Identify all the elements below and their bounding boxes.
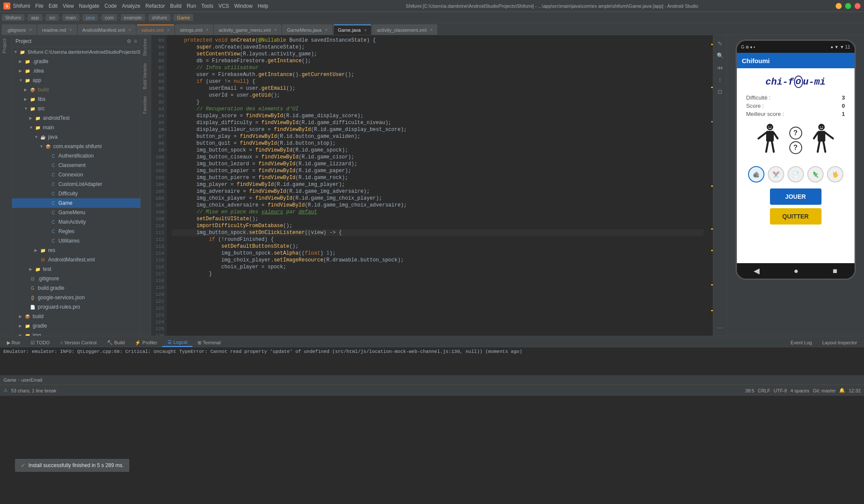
path-tab-app[interactable]: app [27, 14, 42, 21]
tree-item-androidmanifest[interactable]: M AndroidManifest.xml [12, 255, 140, 264]
favorites-label[interactable]: Favorites [141, 93, 151, 117]
build-variants-label[interactable]: Build Variants [141, 60, 151, 93]
event-log-tab[interactable]: Event Log [785, 338, 817, 347]
todo-tab[interactable]: ☑ TODO [25, 338, 55, 347]
layout-icon[interactable]: ⊡ [715, 87, 725, 96]
menu-view[interactable]: View [63, 3, 74, 9]
project-label[interactable]: Project [0, 35, 12, 57]
tree-item-gradle-hidden[interactable]: ▶ 📁 .gradle [12, 57, 140, 66]
tab-close-icon[interactable]: × [206, 27, 208, 32]
tree-item-difficulty[interactable]: C Difficulty [12, 189, 140, 198]
rock-button[interactable]: 🪨 [748, 166, 764, 182]
tree-item-res[interactable]: ▶ 📁 res [12, 246, 140, 255]
tree-item-proguard[interactable]: 📄 proguard-rules.pro [12, 302, 140, 312]
search-icon[interactable]: 🔍 [715, 51, 725, 60]
tree-item-customlistadapter[interactable]: C CustomListAdapter [12, 179, 140, 189]
jouer-button[interactable]: JOUER [770, 188, 821, 205]
file-tab-strings[interactable]: strings.xml × [175, 24, 213, 35]
run-tab[interactable]: ▶ Run [2, 338, 25, 347]
back-nav-icon[interactable]: ◀ [754, 266, 760, 276]
tree-item-mainactivity[interactable]: C MainActivity [12, 217, 140, 227]
file-tab-androidmanifest[interactable]: AndroidManifest.xml × [78, 24, 136, 35]
sidebar-gear-icon[interactable]: ≡ [134, 38, 137, 44]
sidebar-settings-icon[interactable]: ⚙ [127, 38, 131, 44]
tree-item-src[interactable]: ▼ 📁 src [12, 104, 140, 113]
terminal-tab[interactable]: ⊞ Terminal [192, 338, 225, 347]
tree-item-authentification[interactable]: C Authentification [12, 151, 140, 161]
minimize-button[interactable]: − [836, 3, 842, 9]
file-tab-game-java[interactable]: Game.java × [333, 24, 371, 35]
recents-nav-icon[interactable]: ■ [833, 267, 837, 276]
file-tab-activity-classement[interactable]: activity_classement.xml × [372, 24, 437, 35]
file-tab-readme[interactable]: readme.md × [37, 24, 76, 35]
tab-close-icon[interactable]: × [325, 27, 328, 32]
quitter-button[interactable]: QUITTER [770, 208, 821, 225]
tree-item-game[interactable]: C Game [12, 198, 140, 208]
tree-item-idea[interactable]: ▶ 📁 .idea [12, 66, 140, 76]
tab-close-icon[interactable]: × [29, 27, 32, 32]
menu-run[interactable]: Run [187, 3, 196, 9]
spock-button[interactable]: 🖖 [827, 166, 843, 182]
menu-file[interactable]: File [35, 3, 43, 9]
path-tab-java[interactable]: java [82, 14, 98, 21]
tree-item-libs[interactable]: ▶ 📁 libs [12, 94, 140, 104]
tree-item-gitignore-app[interactable]: ⊡ .gitignore [12, 274, 140, 283]
file-tab-gamemenu[interactable]: GameMenu.java × [282, 24, 332, 35]
more-options-icon[interactable]: ⋯ [715, 323, 725, 332]
tree-item-build-root[interactable]: ▶ 📦 build [12, 312, 140, 321]
tree-item-regles[interactable]: C Regles [12, 227, 140, 236]
tab-close-icon[interactable]: × [167, 28, 170, 33]
file-tab-activity-game-menu[interactable]: activity_game_menu.xml × [214, 24, 281, 35]
path-tab-example[interactable]: example [121, 14, 146, 21]
menu-edit[interactable]: Edit [49, 3, 58, 9]
version-control-tab[interactable]: ⑃ Version Control [55, 338, 102, 347]
path-tab-shifumi2[interactable]: shifumi [149, 14, 170, 21]
home-nav-icon[interactable]: ● [794, 267, 799, 276]
breadcrumb-game[interactable]: Game [3, 377, 16, 383]
choice-buttons[interactable]: 🪨 ✂️ 📄 🦎 🖖 [748, 166, 843, 182]
menu-build[interactable]: Build [170, 3, 182, 9]
tree-item-root[interactable]: ▼ 📁 Shifumi C:\Users\a.dambrine\AndroidS… [12, 47, 140, 57]
menu-shifumi[interactable]: Shifumi [13, 3, 30, 9]
tree-item-app[interactable]: ▼ 📁 app [12, 76, 140, 85]
file-tab-values[interactable]: values.xml × [137, 24, 174, 35]
tree-item-google-services[interactable]: {} google-services.json [12, 293, 140, 302]
build-tab[interactable]: 🔨 Build [102, 338, 130, 347]
paper-button[interactable]: 📄 [788, 166, 804, 182]
code-content[interactable]: protected void onCreate(@Nullable Bundle… [167, 35, 709, 336]
paint-bucket-icon[interactable]: ✎ [715, 39, 725, 48]
path-tab-main[interactable]: main [62, 14, 79, 21]
menu-tools[interactable]: Tools [201, 3, 213, 9]
tab-close-icon[interactable]: × [364, 28, 367, 33]
file-tab-gitignore[interactable]: .gitignore × [2, 24, 37, 35]
tree-item-java[interactable]: ▼ ☕ java [12, 132, 140, 142]
back-icon[interactable]: ⏮ [715, 63, 725, 72]
menu-help[interactable]: Help [258, 3, 268, 9]
tab-close-icon[interactable]: × [430, 27, 432, 32]
menu-code[interactable]: Code [104, 3, 117, 9]
path-tab-game[interactable]: Game [173, 14, 193, 21]
tab-close-icon[interactable]: × [128, 27, 131, 32]
breadcrumb-useremail[interactable]: userEmail [21, 377, 43, 383]
menu-vcs[interactable]: VCS [219, 3, 229, 9]
structure-label[interactable]: Structure [141, 35, 151, 60]
tab-close-icon[interactable]: × [274, 27, 277, 32]
menu-analyze[interactable]: Analyze [122, 3, 140, 9]
tree-item-package[interactable]: ▼ 📦 com.example.shifumi [12, 142, 140, 151]
tree-item-gradle-root[interactable]: ▶ 📁 gradle [12, 321, 140, 331]
menu-window[interactable]: Window [234, 3, 253, 9]
tree-item-classement[interactable]: C Classement [12, 161, 140, 170]
tree-item-connexion[interactable]: C Connexion [12, 170, 140, 179]
menu-refactor[interactable]: Refactor [146, 3, 165, 9]
tree-item-test[interactable]: ▶ 📁 test [12, 264, 140, 274]
path-tab-shifumi[interactable]: Shifumi [2, 14, 24, 21]
tree-item-androidtest[interactable]: ▶ 📁 androidTest [12, 113, 140, 123]
maximize-button[interactable]: □ [845, 3, 851, 9]
layout-inspector-tab[interactable]: Layout Inspector [817, 338, 862, 347]
close-button[interactable]: × [855, 3, 861, 9]
menu-bar[interactable]: Shifumi File Edit View Navigate Code Ana… [13, 3, 268, 9]
lizard-button[interactable]: 🦎 [807, 166, 824, 182]
tree-item-buildgradle-app[interactable]: G build.gradle [12, 283, 140, 293]
tree-item-gamemenu[interactable]: C GameMenu [12, 208, 140, 217]
path-tab-com[interactable]: com [101, 14, 117, 21]
